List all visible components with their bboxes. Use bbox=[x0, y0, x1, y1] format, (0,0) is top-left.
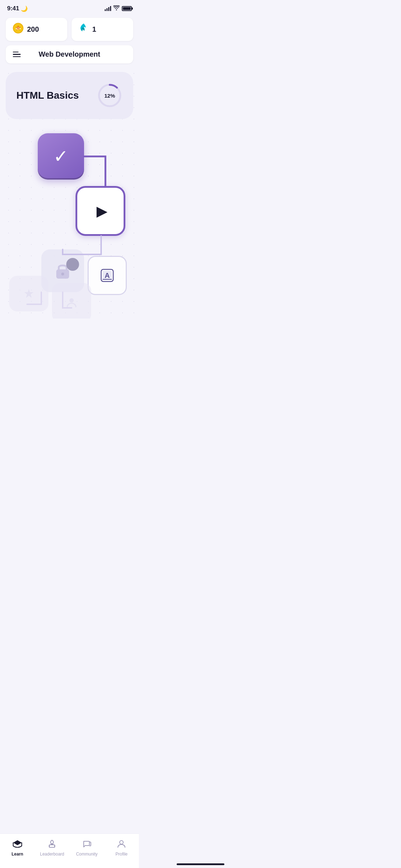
learning-path: ✓ ▶ A bbox=[6, 133, 133, 319]
completed-lesson-node[interactable]: ✓ bbox=[38, 133, 84, 180]
star-icon bbox=[22, 287, 35, 300]
stats-row: </> 200 1 bbox=[0, 15, 139, 45]
vocabulary-lesson-node: A bbox=[88, 256, 127, 295]
future-lesson-node-1 bbox=[9, 276, 48, 311]
future-lesson-node-2 bbox=[52, 283, 91, 319]
progress-circle: 12% bbox=[97, 83, 123, 108]
status-icons bbox=[105, 5, 132, 12]
module-title: HTML Basics bbox=[16, 90, 79, 101]
book-icon: A bbox=[100, 268, 115, 283]
status-time: 9:41 bbox=[7, 5, 19, 12]
current-lesson-node[interactable]: ▶ bbox=[75, 186, 125, 236]
wifi-icon bbox=[113, 5, 120, 12]
play-icon: ▶ bbox=[97, 203, 108, 219]
signal-icon bbox=[105, 6, 111, 11]
progress-dot bbox=[66, 258, 79, 271]
main-content: HTML Basics 12% ✓ ▶ bbox=[0, 65, 139, 319]
svg-point-7 bbox=[61, 273, 64, 275]
moon-icon: 🌙 bbox=[21, 5, 28, 12]
progress-label: 12% bbox=[104, 93, 115, 99]
battery-icon bbox=[122, 6, 132, 11]
page-header: Web Development bbox=[6, 45, 133, 63]
checkmark-icon: ✓ bbox=[53, 148, 68, 165]
status-bar: 9:41 🌙 bbox=[0, 0, 139, 15]
svg-point-12 bbox=[69, 298, 74, 303]
streak-fire-icon bbox=[79, 23, 89, 36]
coins-stat-card: </> 200 bbox=[6, 18, 67, 41]
menu-button[interactable] bbox=[13, 52, 21, 57]
coins-value: 200 bbox=[27, 25, 39, 33]
streak-stat-card: 1 bbox=[72, 18, 133, 41]
svg-text:A: A bbox=[105, 272, 110, 279]
person-icon bbox=[65, 296, 78, 309]
svg-text:</>: </> bbox=[16, 27, 21, 31]
module-card[interactable]: HTML Basics 12% bbox=[6, 72, 133, 119]
page-title: Web Development bbox=[26, 50, 126, 58]
streak-value: 1 bbox=[92, 25, 96, 33]
coding-coin-icon: </> bbox=[13, 23, 24, 36]
